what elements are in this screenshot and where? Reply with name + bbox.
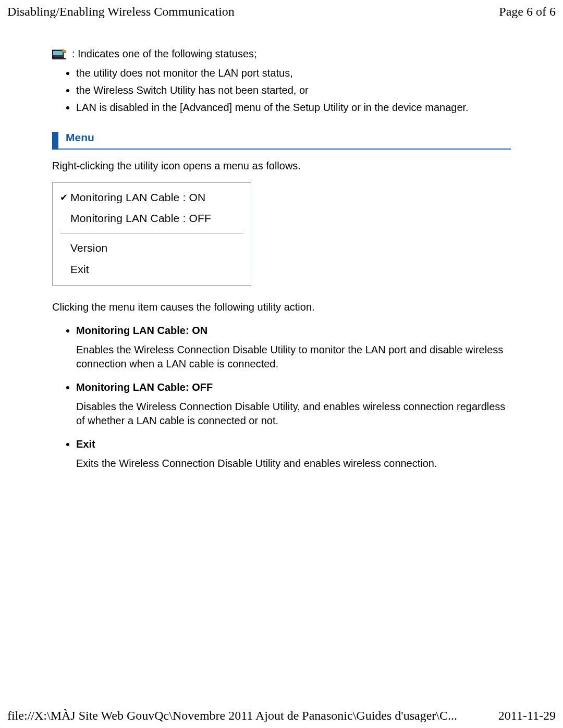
menu-item-monitoring-on[interactable]: ✔ Monitoring LAN Cable : ON: [53, 187, 251, 208]
menu-intro-text: Right-clicking the utility icon opens a …: [52, 159, 511, 173]
menu-item-label: Monitoring LAN Cable : ON: [70, 190, 205, 205]
svg-rect-3: [52, 58, 66, 59]
header-page-number: Page 6 of 6: [499, 3, 556, 20]
context-menu: ✔ Monitoring LAN Cable : ON Monitoring L…: [52, 182, 251, 286]
menu-item-monitoring-off[interactable]: Monitoring LAN Cable : OFF: [53, 208, 251, 229]
list-item: Monitoring LAN Cable: OFF Disables the W…: [76, 380, 511, 428]
list-item: the utility does not monitor the LAN por…: [76, 66, 511, 80]
footer-path: file://X:\MÀJ Site Web GouvQc\Novembre 2…: [7, 707, 457, 724]
action-body: Disables the Wireless Connection Disable…: [76, 400, 511, 428]
page-footer: file://X:\MÀJ Site Web GouvQc\Novembre 2…: [0, 707, 563, 724]
action-description-list: Monitoring LAN Cable: ON Enables the Wir…: [65, 324, 511, 471]
action-body: Enables the Wireless Connection Disable …: [76, 343, 511, 371]
svg-rect-2: [53, 51, 63, 55]
menu-item-label: Exit: [70, 262, 89, 277]
status-icon-row: : Indicates one of the following statuse…: [52, 47, 511, 61]
menu-item-label: Version: [70, 241, 107, 255]
page-content: : Indicates one of the following statuse…: [0, 47, 563, 471]
network-tray-icon: [52, 48, 68, 60]
page-header: Disabling/Enabling Wireless Communicatio…: [0, 0, 563, 31]
list-item: Monitoring LAN Cable: ON Enables the Wir…: [76, 324, 511, 371]
status-icon-caption: : Indicates one of the following statuse…: [72, 47, 257, 61]
header-title: Disabling/Enabling Wireless Communicatio…: [7, 3, 235, 20]
action-title: Monitoring LAN Cable: OFF: [76, 380, 511, 394]
menu-separator: [60, 233, 243, 233]
menu-item-version[interactable]: Version: [53, 238, 251, 258]
status-bullet-list: the utility does not monitor the LAN por…: [65, 66, 511, 115]
actions-intro-text: Clicking the menu item causes the follow…: [52, 300, 511, 314]
list-item: LAN is disabled in the [Advanced] menu o…: [76, 101, 511, 115]
section-heading-menu: Menu: [52, 130, 511, 149]
action-body: Exits the Wireless Connection Disable Ut…: [76, 456, 511, 471]
action-title: Exit: [76, 437, 511, 451]
menu-item-exit[interactable]: Exit: [53, 259, 251, 280]
section-accent-bar: [52, 132, 58, 150]
list-item: Exit Exits the Wireless Connection Disab…: [76, 437, 511, 471]
footer-date: 2011-11-29: [498, 707, 556, 724]
menu-item-label: Monitoring LAN Cable : OFF: [70, 211, 211, 226]
section-heading-label: Menu: [66, 130, 94, 148]
action-title: Monitoring LAN Cable: ON: [76, 324, 511, 338]
list-item: the Wireless Switch Utility has not been…: [76, 83, 511, 97]
check-icon: ✔: [60, 191, 70, 204]
